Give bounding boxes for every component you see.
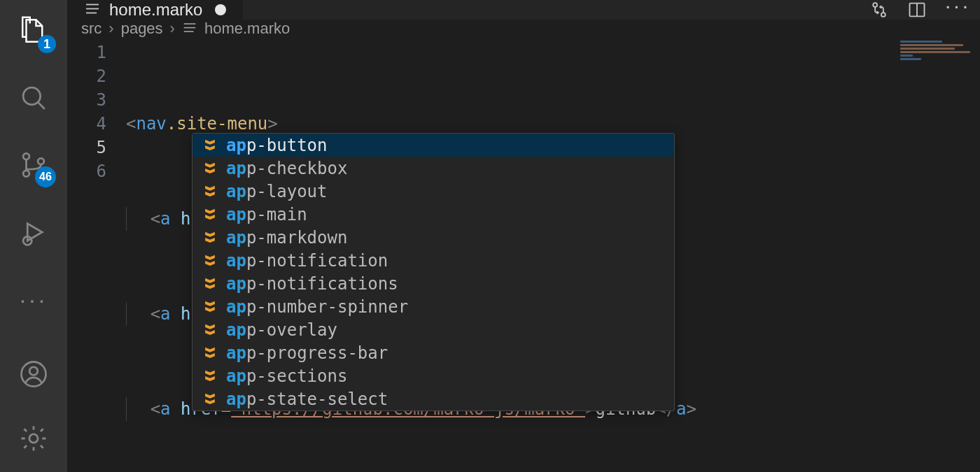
svg-point-12 (873, 3, 877, 7)
snippet-icon (202, 392, 218, 407)
source-control-icon[interactable]: 46 (15, 147, 52, 183)
suggestion-label: app-checkbox (226, 157, 347, 180)
suggestion-item[interactable]: app-layout (192, 180, 674, 203)
search-icon[interactable] (15, 80, 52, 116)
snippet-icon (202, 322, 218, 338)
suggestion-widget[interactable]: app-buttonapp-checkboxapp-layoutapp-main… (192, 133, 675, 411)
suggestion-label: app-markdown (226, 226, 347, 250)
suggestion-label: app-number-spinner (226, 295, 408, 319)
explorer-badge: 1 (38, 35, 56, 53)
suggestion-label: app-layout (226, 180, 328, 203)
line-number: 2 (67, 64, 106, 88)
snippet-icon (202, 345, 218, 361)
svg-point-7 (29, 367, 38, 376)
snippet-icon (202, 253, 218, 269)
snippet-icon (202, 161, 218, 176)
more-icon[interactable]: ··· (15, 281, 52, 317)
code-line[interactable]: <nav.site-menu> (126, 112, 980, 136)
tab-bar: home.marko ··· (67, 0, 980, 20)
suggestion-label: app-overlay (226, 318, 337, 342)
explorer-icon[interactable]: 1 (15, 13, 52, 49)
dirty-indicator-icon (215, 4, 226, 15)
snippet-icon (202, 369, 218, 384)
compare-changes-icon[interactable] (869, 0, 889, 20)
line-number: 5 (67, 136, 106, 159)
suggestion-item[interactable]: app-state-select (192, 387, 674, 410)
suggestion-item[interactable]: app-sections (192, 364, 674, 387)
line-number: 3 (67, 88, 106, 112)
suggestion-item[interactable]: app-notification (192, 249, 674, 272)
suggestion-label: app-progress-bar (226, 341, 388, 365)
svg-point-8 (29, 434, 38, 443)
suggestion-item[interactable]: app-notifications (192, 272, 674, 295)
editor-tab[interactable]: home.marko (67, 0, 243, 20)
code-editor[interactable]: 1 2 3 4 5 6 <nav.site-menu> <a href="/do… (67, 38, 980, 472)
split-editor-icon[interactable] (907, 0, 927, 20)
suggestion-item[interactable]: app-button (192, 134, 674, 157)
editor-group: home.marko ··· src › pages › home.marko (67, 0, 980, 472)
suggestion-label: app-notification (226, 249, 388, 273)
suggestion-label: app-button (226, 134, 328, 157)
suggestion-label: app-state-select (226, 387, 388, 411)
line-number: 4 (67, 112, 106, 136)
breadcrumb-segment[interactable]: src (81, 20, 102, 38)
editor-actions: ··· (869, 0, 980, 20)
suggestion-item[interactable]: app-markdown (192, 226, 674, 249)
svg-point-3 (23, 171, 29, 177)
chevron-right-icon: › (170, 20, 175, 38)
svg-point-0 (23, 87, 41, 105)
suggestion-item[interactable]: app-main (192, 203, 674, 226)
suggestion-label: app-sections (226, 364, 347, 388)
code-content[interactable]: <nav.site-menu> <a href="/docs/getting-s… (126, 38, 980, 472)
svg-point-13 (881, 13, 886, 17)
accounts-icon[interactable] (15, 356, 52, 392)
snippet-icon (202, 184, 218, 199)
file-icon (84, 1, 101, 18)
suggestion-item[interactable]: app-number-spinner (192, 295, 674, 318)
chevron-right-icon: › (108, 20, 113, 38)
minimap[interactable] (896, 38, 980, 472)
suggestion-item[interactable]: app-checkbox (192, 157, 674, 180)
breadcrumb-segment[interactable]: home.marko (204, 20, 290, 38)
suggestion-label: app-notifications (226, 272, 398, 296)
tab-title: home.marko (109, 0, 202, 20)
snippet-icon (202, 138, 218, 153)
suggestion-item[interactable]: app-overlay (192, 318, 674, 341)
breadcrumb-segment[interactable]: pages (121, 20, 163, 38)
line-number-gutter: 1 2 3 4 5 6 (67, 38, 126, 472)
snippet-icon (202, 299, 218, 315)
run-debug-icon[interactable] (15, 214, 52, 250)
line-number: 6 (67, 159, 106, 183)
svg-line-1 (38, 102, 45, 109)
snippet-icon (202, 276, 218, 292)
svg-point-4 (38, 158, 44, 164)
snippet-icon (202, 207, 218, 222)
more-actions-icon[interactable]: ··· (945, 0, 965, 20)
settings-gear-icon[interactable] (15, 420, 52, 457)
breadcrumb[interactable]: src › pages › home.marko (67, 20, 980, 38)
svg-point-2 (23, 153, 29, 159)
suggestion-item[interactable]: app-progress-bar (192, 341, 674, 364)
scm-badge: 46 (35, 166, 56, 187)
suggestion-label: app-main (226, 203, 307, 227)
line-number: 1 (67, 41, 106, 64)
file-icon (182, 21, 197, 36)
activity-bar: 1 46 ··· (0, 0, 67, 472)
snippet-icon (202, 230, 218, 245)
